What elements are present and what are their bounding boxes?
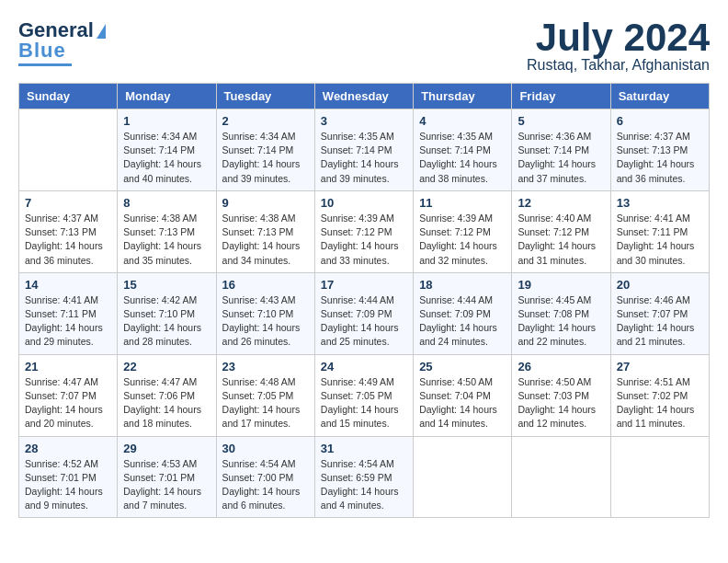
location-subtitle: Rustaq, Takhar, Afghanistan xyxy=(527,57,710,74)
day-info: Sunrise: 4:45 AMSunset: 7:08 PMDaylight:… xyxy=(518,293,604,350)
col-header-thursday: Thursday xyxy=(414,84,512,109)
day-number: 1 xyxy=(123,114,210,128)
day-info: Sunrise: 4:46 AMSunset: 7:07 PMDaylight:… xyxy=(617,293,703,350)
week-row-4: 21 Sunrise: 4:47 AMSunset: 7:07 PMDaylig… xyxy=(19,354,710,436)
day-number: 7 xyxy=(25,196,111,210)
day-number: 2 xyxy=(222,114,309,128)
day-cell xyxy=(512,436,610,518)
day-info: Sunrise: 4:39 AMSunset: 7:12 PMDaylight:… xyxy=(321,212,407,268)
day-cell: 21 Sunrise: 4:47 AMSunset: 7:07 PMDaylig… xyxy=(19,354,118,436)
day-cell: 5 Sunrise: 4:36 AMSunset: 7:14 PMDayligh… xyxy=(512,109,610,191)
day-info: Sunrise: 4:37 AMSunset: 7:13 PMDaylight:… xyxy=(25,212,111,268)
day-cell: 9 Sunrise: 4:38 AMSunset: 7:13 PMDayligh… xyxy=(216,190,314,272)
day-cell: 12 Sunrise: 4:40 AMSunset: 7:12 PMDaylig… xyxy=(512,190,610,272)
day-info: Sunrise: 4:42 AMSunset: 7:10 PMDaylight:… xyxy=(123,293,210,350)
day-info: Sunrise: 4:37 AMSunset: 7:13 PMDaylight:… xyxy=(617,130,703,186)
day-cell: 2 Sunrise: 4:34 AMSunset: 7:14 PMDayligh… xyxy=(216,109,314,191)
day-cell: 16 Sunrise: 4:43 AMSunset: 7:10 PMDaylig… xyxy=(216,272,314,354)
logo-underline xyxy=(18,63,72,66)
week-row-2: 7 Sunrise: 4:37 AMSunset: 7:13 PMDayligh… xyxy=(19,190,710,272)
day-info: Sunrise: 4:53 AMSunset: 7:01 PMDaylight:… xyxy=(123,457,210,513)
day-cell: 29 Sunrise: 4:53 AMSunset: 7:01 PMDaylig… xyxy=(118,436,216,518)
day-number: 30 xyxy=(222,442,309,455)
day-cell: 23 Sunrise: 4:48 AMSunset: 7:05 PMDaylig… xyxy=(216,354,314,436)
day-cell: 7 Sunrise: 4:37 AMSunset: 7:13 PMDayligh… xyxy=(19,190,118,272)
day-number: 4 xyxy=(419,114,506,128)
day-cell: 19 Sunrise: 4:45 AMSunset: 7:08 PMDaylig… xyxy=(512,272,610,354)
day-number: 17 xyxy=(321,278,407,292)
day-info: Sunrise: 4:48 AMSunset: 7:05 PMDaylight:… xyxy=(222,375,309,431)
day-cell: 31 Sunrise: 4:54 AMSunset: 6:59 PMDaylig… xyxy=(314,436,413,518)
day-number: 12 xyxy=(518,196,604,210)
day-number: 28 xyxy=(25,442,111,455)
day-cell: 26 Sunrise: 4:50 AMSunset: 7:03 PMDaylig… xyxy=(512,354,610,436)
day-cell xyxy=(414,436,512,518)
week-row-3: 14 Sunrise: 4:41 AMSunset: 7:11 PMDaylig… xyxy=(19,272,710,354)
day-cell: 3 Sunrise: 4:35 AMSunset: 7:14 PMDayligh… xyxy=(314,109,413,191)
day-cell: 28 Sunrise: 4:52 AMSunset: 7:01 PMDaylig… xyxy=(19,436,118,518)
day-cell: 8 Sunrise: 4:38 AMSunset: 7:13 PMDayligh… xyxy=(118,190,216,272)
day-info: Sunrise: 4:47 AMSunset: 7:06 PMDaylight:… xyxy=(123,375,210,431)
logo-triangle-icon xyxy=(97,24,106,39)
day-info: Sunrise: 4:54 AMSunset: 7:00 PMDaylight:… xyxy=(222,457,309,513)
day-info: Sunrise: 4:35 AMSunset: 7:14 PMDaylight:… xyxy=(321,130,407,186)
day-number: 22 xyxy=(123,360,210,373)
week-row-1: 1 Sunrise: 4:34 AMSunset: 7:14 PMDayligh… xyxy=(19,109,710,191)
day-info: Sunrise: 4:44 AMSunset: 7:09 PMDaylight:… xyxy=(321,293,407,350)
day-number: 10 xyxy=(321,196,407,210)
day-number: 16 xyxy=(222,278,309,292)
day-cell: 15 Sunrise: 4:42 AMSunset: 7:10 PMDaylig… xyxy=(118,272,216,354)
day-cell: 14 Sunrise: 4:41 AMSunset: 7:11 PMDaylig… xyxy=(19,272,118,354)
day-cell xyxy=(19,109,118,191)
day-number: 19 xyxy=(518,278,604,292)
col-header-tuesday: Tuesday xyxy=(216,84,314,109)
day-cell: 25 Sunrise: 4:50 AMSunset: 7:04 PMDaylig… xyxy=(414,354,512,436)
day-number: 31 xyxy=(321,442,407,455)
day-number: 14 xyxy=(25,278,111,292)
day-cell: 10 Sunrise: 4:39 AMSunset: 7:12 PMDaylig… xyxy=(314,190,413,272)
day-cell: 1 Sunrise: 4:34 AMSunset: 7:14 PMDayligh… xyxy=(118,109,216,191)
day-info: Sunrise: 4:51 AMSunset: 7:02 PMDaylight:… xyxy=(617,375,703,431)
logo-blue: Blue xyxy=(18,39,66,63)
day-cell xyxy=(610,436,709,518)
col-header-monday: Monday xyxy=(118,84,216,109)
day-info: Sunrise: 4:49 AMSunset: 7:05 PMDaylight:… xyxy=(321,375,407,431)
day-info: Sunrise: 4:54 AMSunset: 6:59 PMDaylight:… xyxy=(321,457,407,513)
day-number: 15 xyxy=(123,278,210,292)
day-info: Sunrise: 4:50 AMSunset: 7:03 PMDaylight:… xyxy=(518,375,604,431)
page-header: General Blue July 2024 Rustaq, Takhar, A… xyxy=(18,18,710,74)
day-info: Sunrise: 4:43 AMSunset: 7:10 PMDaylight:… xyxy=(222,293,309,350)
day-info: Sunrise: 4:47 AMSunset: 7:07 PMDaylight:… xyxy=(25,375,111,431)
days-header-row: SundayMondayTuesdayWednesdayThursdayFrid… xyxy=(19,84,710,109)
day-number: 27 xyxy=(617,360,703,373)
day-cell: 22 Sunrise: 4:47 AMSunset: 7:06 PMDaylig… xyxy=(118,354,216,436)
month-title: July 2024 xyxy=(527,18,710,57)
day-cell: 18 Sunrise: 4:44 AMSunset: 7:09 PMDaylig… xyxy=(414,272,512,354)
day-number: 21 xyxy=(25,360,111,373)
day-number: 3 xyxy=(321,114,407,128)
day-number: 25 xyxy=(419,360,506,373)
day-info: Sunrise: 4:38 AMSunset: 7:13 PMDaylight:… xyxy=(222,212,309,268)
col-header-friday: Friday xyxy=(512,84,610,109)
day-info: Sunrise: 4:41 AMSunset: 7:11 PMDaylight:… xyxy=(25,293,111,350)
title-block: July 2024 Rustaq, Takhar, Afghanistan xyxy=(527,18,710,74)
day-number: 18 xyxy=(419,278,506,292)
day-cell: 20 Sunrise: 4:46 AMSunset: 7:07 PMDaylig… xyxy=(610,272,709,354)
day-number: 26 xyxy=(518,360,604,373)
week-row-5: 28 Sunrise: 4:52 AMSunset: 7:01 PMDaylig… xyxy=(19,436,710,518)
day-cell: 13 Sunrise: 4:41 AMSunset: 7:11 PMDaylig… xyxy=(610,190,709,272)
day-info: Sunrise: 4:44 AMSunset: 7:09 PMDaylight:… xyxy=(419,293,506,350)
day-number: 20 xyxy=(617,278,703,292)
day-number: 5 xyxy=(518,114,604,128)
day-cell: 6 Sunrise: 4:37 AMSunset: 7:13 PMDayligh… xyxy=(610,109,709,191)
day-info: Sunrise: 4:34 AMSunset: 7:14 PMDaylight:… xyxy=(123,130,210,186)
day-number: 6 xyxy=(617,114,703,128)
col-header-saturday: Saturday xyxy=(610,84,709,109)
day-number: 24 xyxy=(321,360,407,373)
day-info: Sunrise: 4:52 AMSunset: 7:01 PMDaylight:… xyxy=(25,457,111,513)
day-number: 9 xyxy=(222,196,309,210)
day-number: 29 xyxy=(123,442,210,455)
day-info: Sunrise: 4:39 AMSunset: 7:12 PMDaylight:… xyxy=(419,212,506,268)
day-number: 13 xyxy=(617,196,703,210)
day-number: 8 xyxy=(123,196,210,210)
